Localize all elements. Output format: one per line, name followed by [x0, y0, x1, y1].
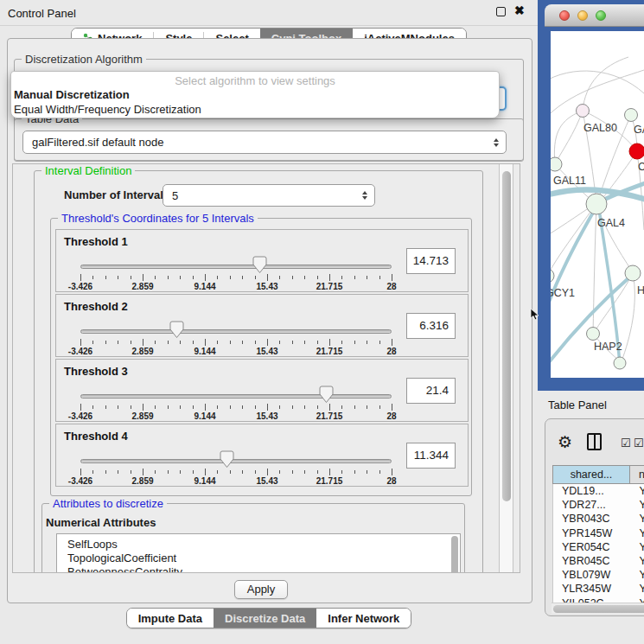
network-edge[interactable] — [551, 206, 595, 276]
network-window-titlebar[interactable] — [545, 4, 644, 27]
apply-button[interactable]: Apply — [234, 580, 288, 599]
tick-label: 15.43 — [256, 476, 277, 486]
threshold-slider-3: -3.4262.8599.14415.4321.71528 — [77, 391, 397, 422]
network-node[interactable] — [577, 105, 590, 118]
table-data-combo[interactable]: galFiltered.sif default node — [22, 131, 507, 154]
thresholds-group: Threshold's Coordinates for 5 Intervals … — [50, 218, 472, 496]
network-canvas[interactable]: GAL80GACGAL11GAL4GCY1HHAP2 — [551, 31, 644, 378]
float-window-icon[interactable] — [496, 7, 506, 16]
shared-name-cell[interactable]: YER054C — [553, 540, 630, 554]
shared-name-cell[interactable]: YBR043C — [553, 512, 630, 526]
shared-name-cell[interactable]: YBR045C — [553, 554, 630, 568]
mouse-cursor — [530, 308, 540, 322]
network-node[interactable] — [586, 194, 607, 214]
table-row[interactable]: YBL079WYBL0 — [553, 568, 644, 582]
threshold-row-4: Threshold 4-3.4262.8599.14415.4321.71528… — [55, 424, 469, 487]
gear-icon[interactable]: ⚙ — [558, 432, 572, 452]
tick-label: 28 — [386, 282, 396, 291]
table-row[interactable]: YDR27...YDR2 — [553, 498, 644, 512]
slider-track[interactable] — [80, 329, 392, 334]
zoom-traffic-light-icon[interactable] — [596, 10, 606, 21]
name-cell[interactable]: YDL1 — [630, 484, 644, 498]
threshold-value-field[interactable]: 14.713 — [406, 248, 456, 274]
slider-track[interactable] — [80, 394, 392, 399]
network-node[interactable] — [614, 357, 626, 369]
shared-name-cell[interactable]: YDR27... — [553, 498, 630, 512]
tick-label: 2.859 — [131, 476, 153, 486]
threshold-label: Threshold 3 — [64, 365, 128, 378]
network-edge[interactable] — [583, 57, 628, 111]
column-header-shared-name[interactable]: shared... — [552, 465, 630, 484]
slider-ticks — [80, 404, 392, 411]
threshold-value-field[interactable]: 11.344 — [406, 443, 456, 469]
tick-label: 9.144 — [194, 282, 215, 291]
shared-name-cell[interactable]: YBL079W — [553, 568, 630, 582]
network-edge-thick[interactable] — [551, 207, 596, 322]
combo-stepper-icon — [494, 138, 499, 147]
table-row[interactable]: YDL19...YDL1 — [553, 484, 644, 498]
tab-label: Discretize Data — [225, 612, 305, 625]
tab-impute-data[interactable]: Impute Data — [127, 609, 214, 628]
table-row[interactable]: YBR045CYBR0 — [553, 554, 644, 568]
network-node[interactable] — [551, 269, 554, 283]
vertical-scrollbar[interactable] — [499, 164, 513, 572]
column-header-name[interactable]: n — [630, 465, 644, 484]
thresholds-group-label: Threshold's Coordinates for 5 Intervals — [58, 212, 258, 225]
attribute-list-item[interactable]: TopologicalCoefficient — [57, 552, 460, 565]
numerical-attributes-label: Numerical Attributes — [46, 516, 156, 529]
slider-track[interactable] — [80, 459, 392, 463]
table-row[interactable]: YPR145WYPR1 — [553, 526, 644, 540]
dropdown-option-equal-width[interactable]: Equal Width/Frequency Discretization — [11, 102, 499, 117]
node-table: shared... n YDL19...YDL1YDR27...YDR2YBR0… — [552, 465, 644, 610]
list-scrollbar[interactable] — [451, 536, 458, 573]
table-row[interactable]: YBR043CYBR0 — [553, 512, 644, 526]
close-icon[interactable]: ✖ — [514, 3, 525, 17]
name-cell[interactable]: YER0 — [630, 540, 644, 554]
name-cell[interactable]: YBR0 — [630, 512, 644, 526]
name-cell[interactable]: YLR3 — [630, 582, 644, 596]
name-cell[interactable]: YBR0 — [630, 554, 644, 568]
scrollbar-thumb[interactable] — [502, 171, 511, 501]
node-label: C — [638, 161, 644, 173]
name-cell[interactable]: YPR1 — [630, 526, 644, 540]
slider-track[interactable] — [80, 265, 392, 269]
interval-definition-group: Interval Definition Number of Intervals … — [34, 170, 483, 573]
table-row[interactable]: YER054CYER0 — [553, 540, 644, 554]
minimize-traffic-light-icon[interactable] — [577, 10, 588, 21]
network-edge[interactable] — [554, 113, 577, 164]
network-edge[interactable] — [555, 111, 583, 164]
network-node[interactable] — [551, 157, 562, 171]
tab-infer-network[interactable]: Infer Network — [316, 609, 411, 628]
network-node[interactable] — [587, 328, 600, 341]
attributes-group-label: Attributes to discretize — [49, 497, 167, 510]
close-traffic-light-icon[interactable] — [559, 10, 570, 21]
network-edge[interactable] — [622, 273, 634, 361]
network-graph: GAL80GACGAL11GAL4GCY1HHAP2 — [551, 31, 644, 378]
combo-stepper-icon — [362, 191, 367, 200]
attribute-list-item[interactable]: SelfLoops — [57, 538, 460, 552]
tick-label: 15.43 — [256, 282, 277, 291]
attribute-list-item[interactable]: BetweennessCentrality — [57, 565, 460, 573]
table-row[interactable]: YLR345WYLR3 — [553, 582, 644, 596]
split-columns-icon[interactable] — [587, 433, 602, 450]
shared-name-cell[interactable]: YLR345W — [553, 582, 630, 596]
checkbox-icon[interactable]: ☑ — [621, 437, 631, 450]
network-node[interactable] — [625, 265, 641, 281]
network-edge[interactable] — [593, 206, 596, 334]
checkbox-icon[interactable]: ☑ — [634, 437, 644, 450]
shared-name-cell[interactable]: YDL19... — [553, 484, 630, 498]
network-node[interactable] — [629, 143, 644, 159]
numerical-attributes-list: SelfLoopsTopologicalCoefficientBetweenne… — [56, 533, 461, 573]
number-of-intervals-combo[interactable]: 5 — [163, 184, 375, 207]
horizontal-scrollbar[interactable] — [552, 603, 644, 614]
name-cell[interactable]: YDR2 — [630, 498, 644, 512]
network-node[interactable] — [625, 109, 638, 122]
threshold-value-field[interactable]: 21.4 — [406, 378, 456, 404]
scrollbar-thumb[interactable] — [553, 605, 644, 613]
threshold-value-field[interactable]: 6.316 — [406, 313, 456, 339]
shared-name-cell[interactable]: YPR145W — [553, 526, 630, 540]
name-cell[interactable]: YBL0 — [630, 568, 644, 582]
node-label: GAL11 — [553, 175, 586, 187]
dropdown-option-manual[interactable]: Manual Discretization — [11, 87, 499, 102]
tab-discretize-data[interactable]: Discretize Data — [214, 609, 316, 628]
